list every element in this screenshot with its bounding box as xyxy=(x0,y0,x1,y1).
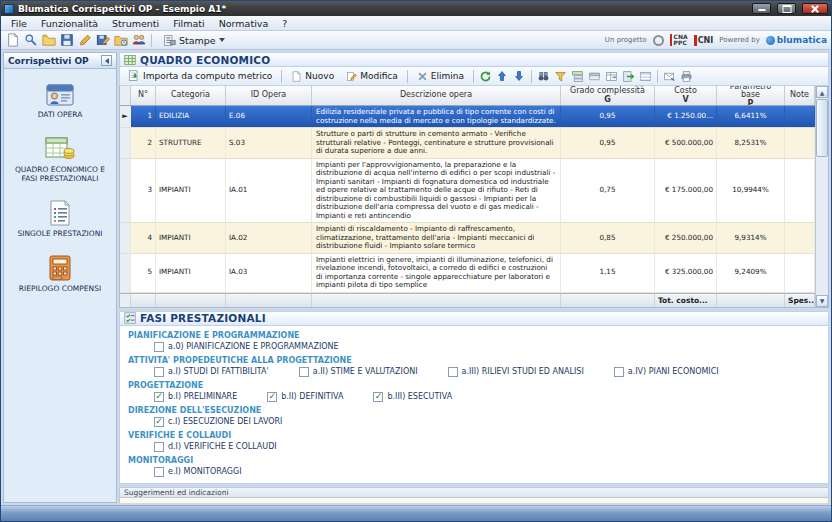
cell-n: 1 xyxy=(131,106,156,127)
chevron-down-icon xyxy=(219,38,225,42)
refresh-icon[interactable] xyxy=(478,69,493,84)
scroll-up-icon[interactable]: ▲ xyxy=(816,86,828,98)
network-logo-icon xyxy=(653,35,664,46)
col-parametro[interactable]: Parametro baseP xyxy=(717,86,785,105)
table-row[interactable]: 4 IMPIANTI IA.02 Impianti di riscaldamen… xyxy=(120,223,815,254)
checkbox-box[interactable]: ✓ xyxy=(267,392,277,402)
col-categoria[interactable]: Categoria xyxy=(156,86,226,105)
fase-checkbox[interactable]: a.0) PIANIFICAZIONE E PROGRAMMAZIONE xyxy=(154,342,339,352)
checkbox-box[interactable] xyxy=(154,467,164,477)
fasi-group-label: PROGETTAZIONE xyxy=(128,381,828,390)
modifica-button[interactable]: Modifica xyxy=(341,69,403,84)
filter-icon[interactable] xyxy=(553,69,568,84)
fase-checkbox[interactable]: a.IV) PIANI ECONOMICI xyxy=(614,367,719,377)
scroll-down-icon[interactable]: ▼ xyxy=(816,295,828,307)
fase-checkbox[interactable]: a.III) RILIEVI STUDI ED ANALISI xyxy=(448,367,584,377)
sidebar-collapse-button[interactable] xyxy=(101,55,112,66)
save-as-icon[interactable] xyxy=(95,33,110,48)
fase-label: e.I) MONITORAGGI xyxy=(168,467,242,476)
scrollbar-thumb[interactable] xyxy=(816,99,828,157)
fase-checkbox[interactable]: a.I) STUDI DI FATTIBILITA' xyxy=(154,367,269,377)
checkbox-box[interactable]: ✓ xyxy=(373,392,383,402)
menu-funzionalita[interactable]: Funzionalità xyxy=(34,17,105,30)
fase-checkbox[interactable]: ✓ c.I) ESECUZIONE DEI LAVORI xyxy=(154,417,282,427)
menu-normativa[interactable]: Normativa xyxy=(212,17,276,30)
col-descrizione[interactable]: Descrizione opera xyxy=(312,86,561,105)
sidebar-item-riepilogo-compensi[interactable]: RIEPILOGO COMPENSI xyxy=(4,255,116,293)
fase-label: d.I) VERIFICHE E COLLAUDI xyxy=(168,442,277,451)
fasi-group-items: ✓ c.I) ESECUZIONE DEI LAVORI xyxy=(128,417,828,427)
table-row[interactable]: 5 IMPIANTI IA.03 Impianti elettrici in g… xyxy=(120,254,815,293)
maximize-button[interactable] xyxy=(777,3,796,14)
fase-checkbox[interactable]: a.II) STIME E VALUTAZIONI xyxy=(299,367,418,377)
fase-checkbox[interactable]: ✓ b.II) DEFINITIVA xyxy=(267,392,343,402)
checkbox-box[interactable] xyxy=(448,367,458,377)
open-folder-icon[interactable] xyxy=(41,33,56,48)
move-up-icon[interactable] xyxy=(495,69,510,84)
checkbox-box[interactable] xyxy=(154,342,164,352)
checkbox-box[interactable]: ✓ xyxy=(154,417,164,427)
new-icon[interactable] xyxy=(5,33,20,48)
menu-strumenti[interactable]: Strumenti xyxy=(105,17,166,30)
sidebar-item-dati-opera[interactable]: DATI OPERA xyxy=(4,83,116,119)
row-selector xyxy=(120,106,131,127)
edit-icon[interactable] xyxy=(77,33,92,48)
menu-help[interactable]: ? xyxy=(275,17,294,30)
menu-filmati[interactable]: Filmati xyxy=(166,17,212,30)
fase-checkbox[interactable]: ✓ b.III) ESECUTIVA xyxy=(373,392,452,402)
fasi-group: PIANIFICAZIONE E PROGRAMMAZIONE a.0) PIA… xyxy=(128,331,828,352)
checkbox-box[interactable] xyxy=(299,367,309,377)
cell-costo: € 175.000,00 xyxy=(655,159,717,223)
table-scrollbar[interactable]: ▲ ▼ xyxy=(815,86,828,307)
cell-descrizione: Impianti elettrici in genere, impianti d… xyxy=(312,254,561,292)
fase-checkbox[interactable]: e.I) MONITORAGGI xyxy=(154,467,242,477)
layout-icon[interactable] xyxy=(638,69,653,84)
table-row[interactable]: 1 EDILIZIA E.06 Edilizia residenziale pr… xyxy=(120,106,815,128)
find-icon[interactable] xyxy=(536,69,551,84)
col-grado[interactable]: Grado complessitàG xyxy=(561,86,655,105)
close-button[interactable] xyxy=(802,3,828,14)
footer-spese: Spes... xyxy=(785,294,815,307)
quadro-table-body: 1 EDILIZIA E.06 Edilizia residenziale pr… xyxy=(120,106,815,293)
search-icon[interactable] xyxy=(23,33,38,48)
nuovo-button[interactable]: Nuovo xyxy=(286,69,339,84)
sidebar-item-quadro-economico[interactable]: QUADRO ECONOMICO E FASI PRESTAZIONALI xyxy=(4,136,116,183)
cell-n: 5 xyxy=(131,254,156,292)
cell-categoria: IMPIANTI xyxy=(156,254,226,292)
stampe-button[interactable]: Stampe xyxy=(157,32,231,49)
fase-checkbox[interactable]: d.I) VERIFICHE E COLLAUDI xyxy=(154,442,277,452)
fase-label: b.I) PRELIMINARE xyxy=(168,392,237,401)
suggerimenti-header[interactable]: Suggerimenti ed indicazioni xyxy=(119,487,829,498)
cell-parametro: 8,2531% xyxy=(717,128,785,158)
save-icon[interactable] xyxy=(59,33,74,48)
minimize-button[interactable] xyxy=(752,3,771,14)
fase-checkbox[interactable]: ✓ b.I) PRELIMINARE xyxy=(154,392,237,402)
cell-categoria: STRUTTURE xyxy=(156,128,226,158)
archive-icon[interactable] xyxy=(113,33,128,48)
col-note[interactable]: Note xyxy=(785,86,815,105)
table-row[interactable]: 2 STRUTTURE S.03 Strutture o parti di st… xyxy=(120,128,815,159)
sidebar-item-singole-prestazioni[interactable]: SINGOLE PRESTAZIONI xyxy=(4,200,116,238)
group-icon[interactable] xyxy=(570,69,585,84)
best-fit-icon[interactable] xyxy=(604,69,619,84)
menu-bar: File Funzionalità Strumenti Filmati Norm… xyxy=(1,16,831,31)
col-id-opera[interactable]: ID Opera xyxy=(226,86,312,105)
checkbox-box[interactable] xyxy=(154,367,164,377)
column-chooser-icon[interactable] xyxy=(587,69,602,84)
checkbox-box[interactable] xyxy=(154,442,164,452)
quadro-toolbar: Importa da computo metrico Nuovo Modific… xyxy=(119,67,829,86)
menu-file[interactable]: File xyxy=(4,17,34,30)
importa-button[interactable]: Importa da computo metrico xyxy=(123,68,277,84)
users-icon[interactable] xyxy=(131,33,146,48)
export-icon[interactable] xyxy=(621,69,636,84)
col-n[interactable]: N° xyxy=(131,86,156,105)
checkbox-box[interactable]: ✓ xyxy=(154,392,164,402)
cell-n: 2 xyxy=(131,128,156,158)
checkbox-box[interactable] xyxy=(614,367,624,377)
move-down-icon[interactable] xyxy=(512,69,527,84)
col-costo[interactable]: CostoV xyxy=(655,86,717,105)
table-row[interactable]: 3 IMPIANTI IA.01 Impianti per l'approvvi… xyxy=(120,159,815,224)
print-icon[interactable] xyxy=(679,69,694,84)
elimina-button[interactable]: Elimina xyxy=(412,69,469,84)
send-icon[interactable] xyxy=(662,69,677,84)
